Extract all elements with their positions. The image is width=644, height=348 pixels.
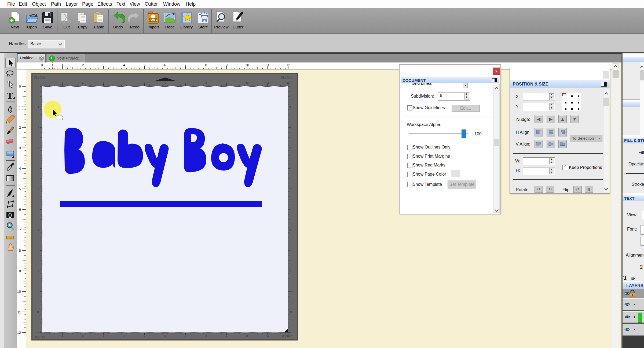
svg-text:SVG: SVG: [149, 18, 157, 22]
svg-text:(): (): [8, 212, 12, 218]
svg-text:T: T: [7, 91, 13, 101]
